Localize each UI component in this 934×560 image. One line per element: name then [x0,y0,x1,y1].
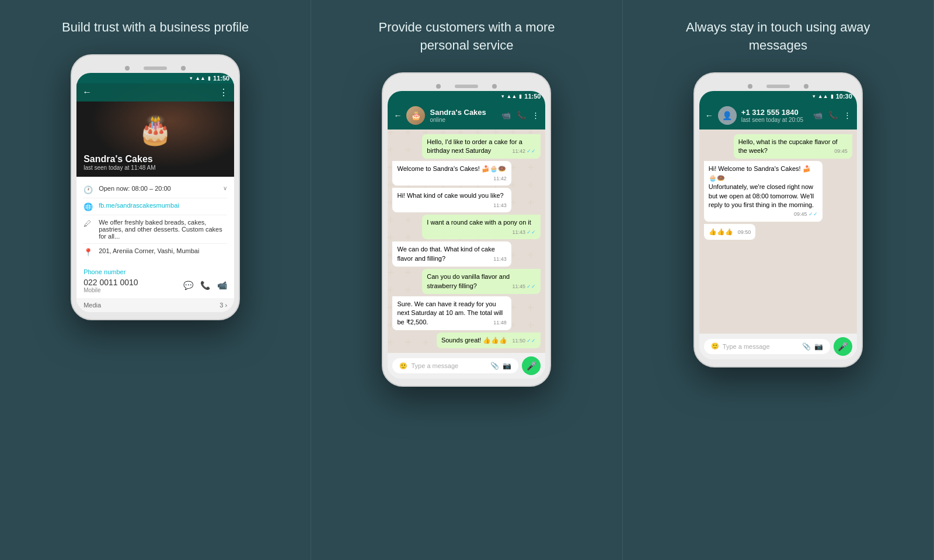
panel-2-title: Provide customers with a more personal s… [367,19,566,55]
phone-1-screen: ▾ ▲▲ ▮ 11:50 🎂 ← ⋮ Sandra's Cakes last s… [76,73,234,312]
wifi-icon-2: ▾ [501,93,504,99]
address-row: 📍 201, Areniia Corner, Vashi, Mumbai [83,244,227,260]
chat-status-2: online [430,117,497,123]
message-bubble: Hello, I'd like to order a cake for a bi… [422,134,541,159]
camera-icon-2[interactable]: 📷 [503,362,511,370]
emoji-icon-3[interactable]: 🙂 [711,342,719,350]
chat-status-3: last seen today at 20:05 [741,117,808,123]
camera-dot-6 [804,84,808,89]
video-call-icon-3[interactable]: 📹 [813,111,823,120]
status-bar-1: ▾ ▲▲ ▮ 11:50 [76,73,234,83]
message-bubble: Hello, what is the cupcake flavor of the… [734,134,852,159]
signal-icon-2: ▲▲ [507,93,517,99]
profile-info-overlay: Sandra's Cakes last seen today at 11:48 … [83,154,155,171]
message-bubble: Sure. We can have it ready for you next … [392,296,511,330]
media-label-text: Media [83,302,101,309]
panel-3-title: Always stay in touch using away messages [679,19,877,55]
status-bar-3: ▾ ▲▲ ▮ 10:30 [699,91,857,102]
message-action-icon[interactable]: 💬 [183,281,193,290]
phone-2-notch [388,80,545,91]
description-row: 🖊 We offer freshly baked breads, cakes, … [83,215,227,244]
hours-expand-icon[interactable]: ∨ [223,185,227,191]
chat-avatar-3: 👤 [718,106,737,125]
video-action-icon[interactable]: 📹 [217,281,227,290]
website-row: 🌐 fb.me/sandrascakesmumbai [83,198,227,215]
camera-icon-3[interactable]: 📷 [814,342,823,351]
profile-details: 🕐 Open now: 08:00 – 20:00 ∨ 🌐 fb.me/sand… [76,177,234,265]
panel-3: Always stay in touch using away messages… [623,0,934,560]
status-time-3: 10:30 [836,93,852,100]
message-bubble: Hi! What kind of cake would you like?11:… [392,188,511,212]
camera-dot-4 [492,84,497,89]
chat-body-3: Hello, what is the cupcake flavor of the… [699,130,857,334]
message-bubble: We can do that. What kind of cake flavor… [392,242,511,267]
chat-contact-name-3: +1 312 555 1840 [741,108,808,117]
description-text: We offer freshly baked breads, cakes, pa… [99,219,227,240]
input-placeholder-3: Type a message [723,343,799,350]
more-icon-3[interactable]: ⋮ [844,111,851,120]
status-time-1: 11:50 [213,75,229,82]
signal-icon-3: ▲▲ [818,93,828,99]
phone-2-screen: ▾ ▲▲ ▮ 11:50 ← 🎂 Sandra's Cakes online 📹… [388,91,545,379]
phone-3-notch [699,80,857,91]
chat-header-actions-3: 📹 📞 ⋮ [813,111,851,120]
phone-1: ▾ ▲▲ ▮ 11:50 🎂 ← ⋮ Sandra's Cakes last s… [71,54,240,320]
profile-top-bar: ← ⋮ [76,83,234,102]
phone-1-notch [76,62,234,73]
message-bubble: Welcome to Sandra's Cakes! 🍰🧁🍩11:42 [392,161,511,186]
back-arrow-icon[interactable]: ← [82,87,92,97]
video-call-icon-2[interactable]: 📹 [501,111,511,120]
phone-type: Mobile [83,287,138,293]
phone-call-icon-2[interactable]: 📞 [517,111,526,120]
battery-icon-3: ▮ [831,93,834,99]
chat-contact-name-2: Sandra's Cakes [430,108,497,117]
mic-button-2[interactable]: 🎤 [522,356,541,375]
chat-contact-info-3: +1 312 555 1840 last seen today at 20:05 [741,108,808,123]
clock-icon: 🕐 [83,186,93,194]
chat-header-actions-2: 📹 📞 ⋮ [501,111,539,120]
more-icon-2[interactable]: ⋮ [532,111,539,120]
profile-name: Sandra's Cakes [83,154,155,164]
more-options-icon[interactable]: ⋮ [219,87,228,98]
attach-icon-2[interactable]: 📎 [490,362,499,370]
camera-dot-5 [748,84,752,89]
mic-button-3[interactable]: 🎤 [834,337,852,356]
hours-text: Open now: 08:00 – 20:00 [99,185,217,192]
emoji-icon-2[interactable]: 🙂 [399,362,407,370]
chat-input-bar-2: 🙂 Type a message 📎 📷 🎤 [388,353,545,379]
panel-2: Provide customers with a more personal s… [311,0,622,560]
back-arrow-chat-2[interactable]: ← [393,111,402,120]
message-bubble: Sounds great! 👍👍👍11:50 ✓✓ [437,332,541,348]
chat-input-field-3[interactable]: 🙂 Type a message 📎 📷 [704,339,830,354]
chat-contact-info-2: Sandra's Cakes online [430,108,497,123]
website-text[interactable]: fb.me/sandrascakesmumbai [99,202,227,209]
speaker-bar-3 [766,85,790,88]
media-count[interactable]: 3 › [219,302,227,309]
status-time-2: 11:50 [524,93,541,100]
globe-icon: 🌐 [83,202,93,211]
chat-body-2: Hello, I'd like to order a cake for a bi… [388,130,545,354]
wifi-icon: ▾ [190,75,193,81]
profile-last-seen: last seen today at 11:48 AM [83,164,155,171]
camera-dot [125,66,130,71]
back-arrow-chat-3[interactable]: ← [705,111,713,120]
phone-call-icon-3[interactable]: 📞 [828,111,838,120]
chat-input-bar-3: 🙂 Type a message 📎 📷 🎤 [699,334,857,359]
phone-2: ▾ ▲▲ ▮ 11:50 ← 🎂 Sandra's Cakes online 📹… [382,72,551,387]
wifi-icon-3: ▾ [813,93,815,99]
profile-header: 🎂 ← ⋮ Sandra's Cakes last seen today at … [76,83,234,177]
battery-icon-2: ▮ [519,93,522,99]
phone-action-buttons: 💬 📞 📹 [183,281,227,290]
chat-input-field-2[interactable]: 🙂 Type a message 📎 📷 [392,358,518,373]
phone-number-group: 022 0011 0010 Mobile [83,278,138,293]
phone-3-screen: ▾ ▲▲ ▮ 10:30 ← 👤 +1 312 555 1840 last se… [699,91,857,359]
call-action-icon[interactable]: 📞 [200,281,210,290]
input-placeholder-2: Type a message [411,362,487,369]
message-bubble: Can you do vanilla flavor and strawberry… [422,269,541,294]
chat-header-2: ← 🎂 Sandra's Cakes online 📹 📞 ⋮ [388,102,545,130]
attach-icon-3[interactable]: 📎 [802,342,811,351]
phone-3: ▾ ▲▲ ▮ 10:30 ← 👤 +1 312 555 1840 last se… [693,72,863,368]
media-section: Media 3 › [76,298,234,312]
camera-dot-3 [436,84,441,89]
signal-icon: ▲▲ [195,75,205,81]
